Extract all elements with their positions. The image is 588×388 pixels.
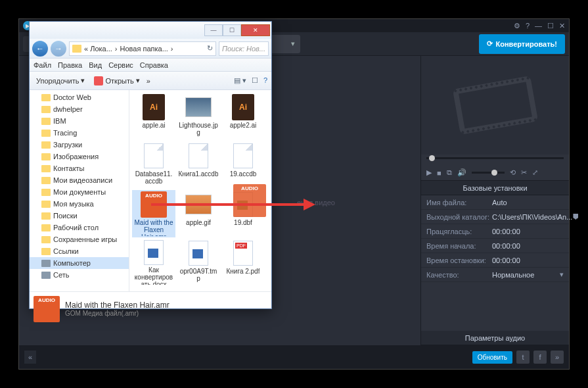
help-icon[interactable]: ? xyxy=(526,22,530,30)
facebook-icon[interactable]: f xyxy=(533,351,547,364)
tree-node[interactable]: Рабочий стол xyxy=(30,222,129,233)
twitter-icon[interactable]: t xyxy=(516,351,530,364)
folder-icon xyxy=(41,106,51,113)
settings-row[interactable]: Качество:Нормальное▾ xyxy=(421,268,569,282)
folder-icon xyxy=(41,141,51,149)
win-close-button[interactable]: ✕ xyxy=(241,24,270,36)
breadcrumb-part[interactable]: Новая папка... xyxy=(120,45,168,53)
nav-fwd-button[interactable]: → xyxy=(51,41,66,57)
maximize-icon[interactable]: ☐ xyxy=(547,22,554,30)
settings-value: Нормальное xyxy=(492,271,560,279)
refresh-addr-icon[interactable]: ↻ xyxy=(207,44,213,53)
collapse-left-button[interactable]: « xyxy=(24,351,36,364)
menu-item[interactable]: Справка xyxy=(140,61,168,69)
file-item[interactable]: Aiapple2.ai xyxy=(221,93,265,140)
file-item[interactable]: Lighthouse.jpg xyxy=(177,93,220,140)
explorer-titlebar[interactable]: — ☐ ✕ xyxy=(30,22,271,39)
browse-icon[interactable]: ⛊ xyxy=(572,213,579,221)
file-item[interactable]: Как конвертировать.docx xyxy=(132,239,175,286)
expand-icon[interactable]: ⤢ xyxy=(532,168,538,177)
view-icon[interactable]: ▤ ▾ xyxy=(234,76,246,85)
convert-label: Конвертировать! xyxy=(495,40,557,48)
tree-node[interactable]: Сохраненные игры xyxy=(30,233,129,245)
folder-tree[interactable]: Doctor WebdwhelperIBMTracingЗагрузкиИзоб… xyxy=(30,90,129,291)
file-item[interactable]: Книга 2.pdf xyxy=(221,239,265,286)
menu-item[interactable]: Вид xyxy=(89,61,102,69)
volume-slider[interactable] xyxy=(472,172,505,174)
file-item[interactable]: Книга1.accdb xyxy=(177,141,220,189)
tree-node[interactable]: Мои документы xyxy=(30,186,129,198)
explorer-toolbar: Упорядочить ▾ Открыть ▾ » ▤ ▾ ☐ ? xyxy=(30,72,271,90)
organize-button[interactable]: Упорядочить ▾ xyxy=(34,75,87,86)
minimize-icon[interactable]: — xyxy=(535,22,542,30)
tree-node[interactable]: Сеть xyxy=(30,269,129,281)
preview-pane-icon[interactable]: ☐ xyxy=(252,76,258,85)
file-item[interactable]: 19.accdb xyxy=(221,141,265,189)
file-label: Как конвертировать.docx xyxy=(133,266,174,285)
menu-item[interactable]: Правка xyxy=(58,61,82,69)
file-label: Книга 2.pdf xyxy=(227,268,260,275)
tree-node[interactable]: Мои видеозаписи xyxy=(30,174,129,186)
settings-row[interactable]: Працягласць:00:00:00 xyxy=(421,224,569,239)
volume-icon[interactable]: 🔊 xyxy=(457,168,466,177)
stop-icon[interactable]: ■ xyxy=(437,169,441,177)
folder-icon xyxy=(41,177,51,184)
tree-node[interactable]: Загрузки xyxy=(30,139,129,151)
open-button[interactable]: Открыть ▾ xyxy=(91,75,142,87)
menu-item[interactable]: Сервис xyxy=(108,61,133,69)
tree-label: Ссылки xyxy=(53,247,79,255)
tree-label: Поиски xyxy=(53,212,78,220)
settings-row[interactable]: Время начала:00:00:00 xyxy=(421,239,569,253)
details-pane: AUDIO Maid with the Flaxen Hair.amr GOM … xyxy=(30,291,271,326)
cut-icon[interactable]: ✂ xyxy=(521,168,527,177)
settings-row[interactable]: Выходной каталог:C:\Users\ПК\Videos\An..… xyxy=(421,210,569,224)
tree-node[interactable]: Doctor Web xyxy=(30,91,129,103)
settings-row[interactable]: Время остановки:00:00:00 xyxy=(421,253,569,268)
breadcrumb-part[interactable]: « Лока... xyxy=(84,45,112,53)
address-bar[interactable]: « Лока... › Новая папка... › ↻ xyxy=(69,41,216,56)
update-button[interactable]: Обновить xyxy=(472,351,512,364)
file-item[interactable]: Aiapple.ai xyxy=(132,93,175,140)
file-item[interactable]: opr00A9T.tmp xyxy=(177,239,220,286)
tree-node[interactable]: Tracing xyxy=(30,127,129,139)
file-item[interactable]: Database11.accdb xyxy=(132,141,175,189)
expand-right-button[interactable]: » xyxy=(551,351,564,364)
audio-params-header[interactable]: Параметры аудио xyxy=(421,331,569,345)
search-placeholder: Поиск: Нов... xyxy=(222,45,265,53)
details-filetype: GOM Медиа файл(.amr) xyxy=(65,310,170,317)
file-thumb: Ai xyxy=(230,94,256,120)
convert-button[interactable]: ⟳ Конвертировать! xyxy=(479,34,565,54)
chevron-dbl-icon[interactable]: » xyxy=(147,77,150,85)
close-icon[interactable]: ✕ xyxy=(559,22,565,30)
chevron-right-icon: › xyxy=(171,45,173,53)
tree-node[interactable]: Контакты xyxy=(30,162,129,174)
tree-node[interactable]: Изображения xyxy=(30,151,129,162)
win-maximize-button[interactable]: ☐ xyxy=(223,24,241,36)
nav-back-button[interactable]: ← xyxy=(32,41,48,57)
win-minimize-button[interactable]: — xyxy=(204,24,223,36)
play-icon[interactable]: ▶ xyxy=(426,168,432,177)
timeline-slider[interactable] xyxy=(421,155,569,165)
tree-node[interactable]: Ссылки xyxy=(30,245,129,257)
explorer-navbar: ← → « Лока... › Новая папка... › ↻ Поиск… xyxy=(30,39,271,59)
file-item[interactable]: AUDIOMaid with the Flaxen Hair.amr xyxy=(132,190,175,237)
tree-node[interactable]: IBM xyxy=(30,115,129,127)
tree-node[interactable]: Компьютер xyxy=(30,257,129,269)
settings-row[interactable]: Имя файла:Auto xyxy=(421,195,569,210)
settings-key: Выходной каталог: xyxy=(426,213,492,221)
settings-key: Время начала: xyxy=(426,242,492,250)
settings-icon[interactable]: ⚙ xyxy=(514,22,520,30)
file-item[interactable]: apple.gif xyxy=(177,190,220,237)
refresh-icon: ⟳ xyxy=(487,39,493,48)
loop-icon[interactable]: ⟲ xyxy=(510,168,516,177)
tree-label: Doctor Web xyxy=(53,93,91,101)
help-icon[interactable]: ? xyxy=(263,76,267,85)
menu-item[interactable]: Файл xyxy=(34,61,51,69)
snapshot-icon[interactable]: ⧉ xyxy=(447,168,452,177)
tree-node[interactable]: Моя музыка xyxy=(30,198,129,210)
tree-node[interactable]: Поиски xyxy=(30,210,129,222)
search-input[interactable]: Поиск: Нов... xyxy=(219,41,269,56)
tree-node[interactable]: dwhelper xyxy=(30,103,129,115)
app-statusbar: « Обновить t f » xyxy=(19,345,569,369)
file-thumb xyxy=(230,143,256,169)
